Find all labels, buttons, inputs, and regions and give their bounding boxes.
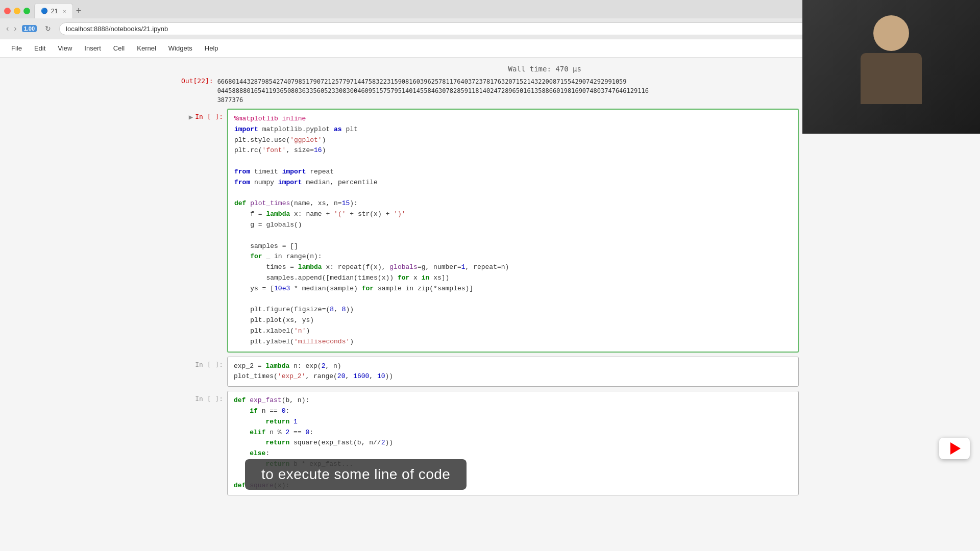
code-line-7: from numpy import median, percentile (234, 178, 792, 188)
cell3-line-5: return square(exp_fast(b, n//2)) (234, 438, 792, 448)
traffic-lights (4, 8, 30, 14)
cell2-line-1: exp_2 = lambda n: exp(2, n) (234, 361, 792, 372)
cell2-line-2: plot_times('exp_2', range(20, 1600, 10)) (234, 371, 792, 382)
code-line-2: import matplotlib.pyplot as plt (234, 124, 792, 135)
menu-cell[interactable]: Cell (108, 42, 130, 54)
active-cell-box[interactable]: %matplotlib inline import matplotlib.pyp… (227, 109, 799, 353)
cell-label-2: In [ ]: (195, 361, 223, 368)
output-text: 6668014432879854274079851790721257797144… (217, 77, 649, 105)
code-line-4: plt.rc('font', size=16) (234, 145, 792, 156)
code-line-19: plt.figure(figsize=(8, 8)) (234, 305, 792, 315)
cell3-line-6: else: (234, 448, 792, 459)
code-line-6: from timeit import repeat (234, 167, 792, 178)
wall-time-bar: Wall time: 470 µs (181, 63, 799, 77)
version-badge: 1.00 (22, 25, 37, 32)
cell3-line-4: elif n % 2 == 0: (234, 428, 792, 438)
cell-prompt-active: ▶ In [ ]: (181, 109, 227, 353)
menu-help[interactable]: Help (200, 42, 224, 54)
code-line-11: g = globals() (234, 220, 792, 231)
reload-button[interactable]: ↻ (43, 23, 53, 34)
output-row: Out[22]: 6668014432879854274079851790721… (181, 77, 799, 105)
code-line-8 (234, 188, 792, 199)
code-line-3: plt.style.use('ggplot') (234, 135, 792, 146)
code-line-9: def plot_times(name, xs, n=15): (234, 198, 792, 209)
menu-widgets[interactable]: Widgets (163, 42, 198, 54)
code-line-20: plt.plot(xs, ys) (234, 315, 792, 326)
new-tab-button[interactable]: + (76, 6, 82, 16)
webcam-overlay (802, 0, 980, 134)
output-line-3: 3877376 (217, 95, 649, 105)
youtube-button[interactable] (939, 438, 970, 459)
code-line-16: samples.append([median(times(x)) for x i… (234, 273, 792, 284)
minimize-traffic-light[interactable] (14, 8, 20, 14)
menu-kernel[interactable]: Kernel (132, 42, 161, 54)
fullscreen-traffic-light[interactable] (23, 8, 30, 14)
code-line-15: times = lambda x: repeat(f(x), globals=g… (234, 262, 792, 273)
cell3-line-7: return b * exp_fast... (234, 459, 792, 470)
cell-label-3: In [ ]: (195, 395, 223, 403)
cell3-line-9: def square(x): (234, 481, 792, 491)
code-line-10: f = lambda x: name + '(' + str(x) + ')' (234, 209, 792, 220)
code-line-18 (234, 294, 792, 305)
output-label: Out[22]: (181, 77, 213, 85)
menu-insert[interactable]: Insert (79, 42, 106, 54)
output-line-1: 6668014432879854274079851790721257797144… (217, 77, 649, 86)
code-line-1: %matplotlib inline (234, 114, 792, 124)
code-line-12 (234, 231, 792, 241)
code-line-21: plt.xlabel('n') (234, 326, 792, 337)
cell-prompt-2: In [ ]: (181, 357, 227, 387)
webcam-placeholder (802, 0, 980, 134)
code-line-22: plt.ylabel('milliseconds') (234, 337, 792, 347)
cell3-line-3: return 1 (234, 417, 792, 428)
tab-close-button[interactable]: × (63, 8, 66, 14)
cell-prompt-3: In [ ]: (181, 391, 227, 495)
output-line-2: 0445888801654119365080363356052330830046… (217, 86, 649, 95)
forward-button[interactable]: › (12, 23, 18, 34)
code-line-17: ys = [10e3 * median(sample) for sample i… (234, 284, 792, 294)
cell-box-2[interactable]: exp_2 = lambda n: exp(2, n) plot_times('… (227, 357, 799, 387)
tab-favicon: 🔵 (41, 8, 48, 14)
youtube-play-icon (950, 442, 961, 455)
code-cell-3[interactable]: In [ ]: def exp_fast(b, n): if n == 0: r… (181, 391, 799, 495)
run-indicator: ▶ (189, 113, 193, 121)
code-line-5 (234, 156, 792, 167)
person-head (873, 15, 909, 51)
cell3-line-8 (234, 470, 792, 481)
code-cell-2[interactable]: In [ ]: exp_2 = lambda n: exp(2, n) plot… (181, 357, 799, 387)
notebook-container: Wall time: 470 µs Out[22]: 6668014432879… (181, 63, 799, 499)
cell3-line-2: if n == 0: (234, 406, 792, 417)
active-tab[interactable]: 🔵 21 × (34, 3, 73, 18)
output-area: Out[22]: 6668014432879854274079851790721… (181, 77, 799, 105)
menu-edit[interactable]: Edit (29, 42, 51, 54)
cell-label-active: In [ ]: (195, 113, 223, 120)
url-text: localhost:8888/notebooks/21.ipynb (66, 25, 168, 33)
back-button[interactable]: ‹ (4, 23, 11, 34)
menu-file[interactable]: File (6, 42, 27, 54)
code-line-13: samples = [] (234, 241, 792, 252)
nav-buttons: ‹ › (4, 23, 19, 34)
cell3-line-1: def exp_fast(b, n): (234, 395, 792, 406)
code-line-14: for _ in range(n): (234, 252, 792, 262)
tab-title: 21 (51, 8, 58, 15)
wall-time-text: Wall time: 470 µs (508, 65, 581, 73)
close-traffic-light[interactable] (4, 8, 11, 14)
active-code-cell[interactable]: ▶ In [ ]: %matplotlib inline import matp… (181, 109, 799, 353)
menu-view[interactable]: View (53, 42, 77, 54)
person-body (861, 53, 922, 104)
cell-box-3[interactable]: def exp_fast(b, n): if n == 0: return 1 … (227, 391, 799, 495)
